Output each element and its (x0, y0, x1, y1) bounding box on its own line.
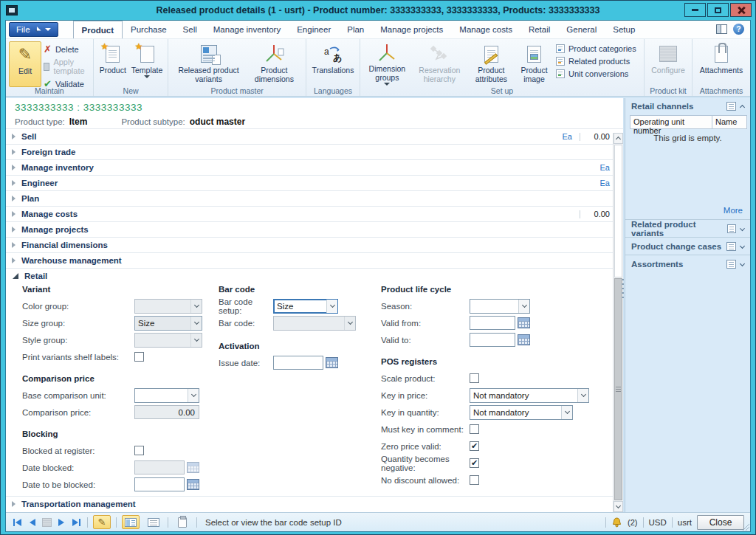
last-record-button[interactable] (71, 517, 82, 528)
scrollbar-track[interactable] (614, 145, 622, 277)
section-financial-dimensions[interactable]: Financial dimensions (6, 237, 623, 252)
scale-product-checkbox[interactable] (470, 373, 479, 383)
zero-price-valid-checkbox[interactable]: ✔ (470, 441, 479, 451)
close-form-button[interactable]: Close (697, 515, 744, 530)
layout-toggle-icon[interactable] (716, 24, 727, 34)
product-categories-button[interactable]: Product categories (554, 44, 641, 54)
section-sell[interactable]: Sell Ea0.00 (6, 128, 623, 144)
no-discount-allowed-checkbox[interactable] (470, 475, 479, 485)
grid-icon[interactable] (726, 260, 736, 269)
season-dropdown[interactable] (470, 299, 530, 314)
tab-manage-costs[interactable]: Manage costs (451, 21, 520, 38)
tab-manage-projects[interactable]: Manage projects (372, 21, 451, 38)
tab-product[interactable]: Product (73, 21, 123, 38)
section-warehouse-management[interactable]: Warehouse management (6, 252, 623, 268)
new-product-button[interactable]: ★ Product (97, 41, 129, 87)
file-menu-button[interactable]: File (9, 22, 58, 37)
tab-retail[interactable]: Retail (520, 21, 558, 38)
product-dimensions-button[interactable]: Product dimensions (246, 41, 303, 87)
issue-date-input[interactable] (273, 356, 323, 370)
pane-splitter[interactable] (622, 279, 624, 298)
tab-general[interactable]: General (558, 21, 605, 38)
currency-indicator[interactable]: USD (649, 518, 667, 527)
first-record-button[interactable] (12, 517, 23, 528)
section-manage-costs[interactable]: Manage costs 0.00 (6, 206, 623, 221)
blocked-at-register-checkbox[interactable] (134, 446, 144, 455)
notifications-bell-icon[interactable] (611, 517, 622, 528)
comparison-price-input[interactable]: 0.00 (134, 405, 199, 419)
factbox-retail-channels-header[interactable]: Retail channels (625, 98, 750, 114)
barcode-dropdown[interactable] (273, 316, 356, 331)
chevron-up-icon[interactable] (740, 105, 745, 110)
section-transportation-management[interactable]: Transportation management (6, 496, 623, 511)
grid-view-button[interactable] (42, 518, 52, 527)
calendar-icon[interactable] (326, 357, 338, 368)
maximize-button[interactable] (707, 3, 729, 17)
key-in-price-dropdown[interactable]: Not mandatory (470, 388, 589, 403)
dimension-groups-button[interactable]: Dimension groups (363, 41, 411, 87)
key-in-quantity-dropdown[interactable]: Not mandatory (470, 405, 573, 420)
quantity-becomes-negative-checkbox[interactable]: ✔ (470, 458, 479, 468)
unit-link[interactable]: Ea (563, 132, 572, 141)
related-products-button[interactable]: Related products (554, 56, 641, 66)
released-product-variants-button[interactable]: Released product variants (171, 41, 245, 87)
calendar-icon[interactable] (518, 317, 530, 328)
chevron-down-icon[interactable] (740, 244, 745, 249)
grid-icon[interactable] (727, 224, 736, 233)
factbox-related-product-variants[interactable]: Related product variants (625, 219, 750, 237)
section-foreign-trade[interactable]: Foreign trade (6, 144, 623, 159)
date-blocked-input[interactable] (134, 460, 185, 474)
tab-purchase[interactable]: Purchase (123, 21, 175, 38)
edit-mode-button[interactable]: ✎ (93, 515, 111, 529)
delete-button[interactable]: ✗Delete (41, 44, 90, 55)
section-engineer[interactable]: Engineer Ea (6, 175, 623, 190)
unit-link[interactable]: Ea (600, 163, 610, 172)
unit-conversions-button[interactable]: Unit conversions (554, 69, 641, 79)
chevron-down-icon[interactable] (740, 261, 745, 266)
more-link[interactable]: More (724, 206, 743, 215)
style-group-dropdown[interactable] (134, 333, 202, 348)
user-indicator[interactable]: usrt (678, 518, 692, 527)
base-comparison-unit-dropdown[interactable] (134, 388, 199, 403)
paste-button[interactable] (173, 515, 191, 529)
next-record-button[interactable] (57, 517, 66, 528)
form-view-button[interactable] (122, 515, 140, 529)
chevron-down-icon[interactable] (740, 226, 745, 231)
calendar-icon[interactable] (518, 334, 530, 345)
valid-from-input[interactable] (470, 316, 515, 330)
reservation-hierarchy-button[interactable]: Reservation hierarchy (411, 41, 468, 87)
factbox-product-change-cases[interactable]: Product change cases (625, 237, 750, 255)
help-icon[interactable]: ? (733, 24, 744, 35)
calendar-icon[interactable] (187, 479, 199, 490)
section-retail[interactable]: Retail (6, 268, 623, 283)
factbox-assortments[interactable]: Assortments (625, 255, 750, 272)
section-plan[interactable]: Plan (6, 190, 623, 206)
tab-setup[interactable]: Setup (605, 21, 643, 38)
must-key-in-comment-checkbox[interactable] (470, 424, 479, 434)
column-header-operating-unit[interactable]: Operating unit number (630, 115, 712, 129)
tab-manage-inventory[interactable]: Manage inventory (205, 21, 289, 38)
minimize-button[interactable] (684, 3, 706, 17)
tab-plan[interactable]: Plan (339, 21, 372, 38)
unit-link[interactable]: Ea (600, 179, 610, 187)
notification-count[interactable]: (2) (628, 518, 637, 527)
scrollbar-thumb[interactable] (614, 278, 622, 500)
size-group-dropdown[interactable]: Size (134, 316, 202, 331)
column-header-name[interactable]: Name (712, 115, 747, 129)
new-template-button[interactable]: ★ Template (129, 41, 165, 87)
date-to-be-blocked-input[interactable] (134, 477, 185, 491)
grid-icon[interactable] (726, 242, 736, 251)
grid-icon[interactable] (726, 102, 736, 111)
close-button[interactable] (730, 3, 752, 17)
barcode-setup-dropdown[interactable]: Size (273, 299, 338, 314)
attachments-button[interactable]: Attachments (695, 41, 747, 87)
valid-to-input[interactable] (470, 333, 515, 347)
section-manage-projects[interactable]: Manage projects (6, 221, 623, 237)
list-view-button[interactable] (145, 515, 162, 529)
resize-grip[interactable] (742, 523, 749, 531)
tab-engineer[interactable]: Engineer (289, 21, 339, 38)
configure-button[interactable]: Configure (647, 41, 689, 87)
edit-button[interactable]: ✎ Edit (9, 41, 41, 87)
scroll-up-button[interactable] (614, 133, 623, 144)
product-image-button[interactable]: Product image (515, 41, 554, 87)
